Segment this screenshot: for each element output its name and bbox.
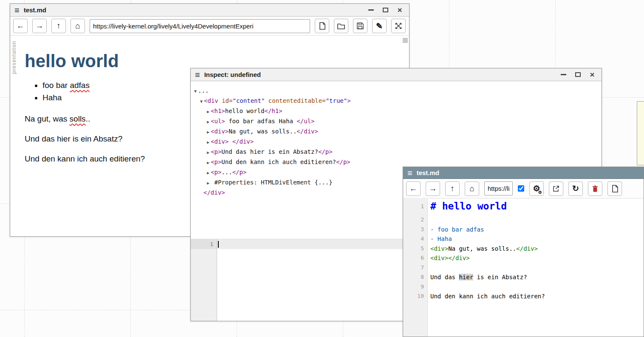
minimize-button[interactable] bbox=[367, 7, 374, 13]
token: # hello world bbox=[430, 201, 507, 212]
file-icon bbox=[612, 185, 618, 193]
token: "true" bbox=[326, 97, 347, 104]
code-line[interactable] bbox=[428, 263, 430, 273]
open-external-button[interactable] bbox=[549, 181, 563, 196]
token: ▶ bbox=[207, 160, 209, 165]
background-window-edge bbox=[637, 101, 644, 165]
tree-node[interactable]: ▶<div> </div> bbox=[191, 137, 602, 147]
code-line[interactable] bbox=[428, 282, 430, 292]
refresh-button[interactable]: ↻ bbox=[568, 181, 583, 196]
editor-row[interactable]: 5<div>Na gut, was solls..</div> bbox=[403, 244, 644, 254]
text-cursor bbox=[218, 241, 219, 248]
token: foo bar bbox=[42, 81, 70, 90]
maximize-button[interactable] bbox=[574, 72, 581, 78]
titlebar[interactable]: ≡ test.md × bbox=[10, 4, 409, 17]
token: <p> bbox=[211, 159, 221, 165]
folder-button[interactable] bbox=[334, 19, 348, 33]
up-button[interactable]: ↑ bbox=[445, 181, 460, 196]
back-button[interactable]: ← bbox=[406, 181, 421, 196]
url-input[interactable] bbox=[484, 181, 513, 195]
forward-button[interactable]: → bbox=[426, 181, 440, 196]
menu-icon[interactable]: ≡ bbox=[407, 169, 412, 177]
expand-button[interactable] bbox=[391, 19, 406, 33]
home-button[interactable]: ⌂ bbox=[465, 181, 479, 196]
settings-button[interactable]: ⚙⚙ bbox=[529, 181, 544, 196]
line-number: 5 bbox=[403, 244, 428, 254]
code-line[interactable]: - foo bar adfas bbox=[428, 225, 484, 235]
titlebar[interactable]: ≡ Inspect: undefined × bbox=[191, 68, 602, 81]
token: </p> bbox=[318, 148, 333, 155]
token: ▶ bbox=[207, 140, 209, 144]
token: solls bbox=[70, 114, 86, 123]
token: id= bbox=[222, 97, 232, 104]
token: Und das hier is ein Absatz? bbox=[25, 134, 122, 143]
token: - Haha bbox=[430, 235, 452, 242]
editor-row[interactable]: 10Und den kann ich auch editieren? bbox=[403, 292, 644, 301]
titlebar[interactable]: ≡ test.md bbox=[403, 167, 644, 179]
forward-button[interactable]: → bbox=[32, 19, 47, 33]
tree-node[interactable]: ▶<h1>hello world</h1> bbox=[191, 106, 602, 116]
token: ▼ bbox=[200, 99, 203, 104]
editor-row[interactable]: 6<div></div> bbox=[403, 253, 644, 263]
token: ▶ bbox=[207, 109, 209, 114]
save-button[interactable] bbox=[353, 19, 367, 33]
minimize-button[interactable] bbox=[560, 72, 567, 78]
tree-node[interactable]: ▶<p>Und das hier is ein Absatz?</p> bbox=[191, 147, 602, 157]
tree-node[interactable]: ▼<div id="content" contenteditable="true… bbox=[191, 96, 602, 106]
close-icon: × bbox=[590, 71, 594, 79]
token: <div> bbox=[211, 138, 229, 145]
code-line[interactable] bbox=[217, 239, 219, 249]
expand-icon bbox=[395, 23, 402, 29]
tree-node[interactable]: ▶<ul> foo bar adfas Haha </ul> bbox=[191, 116, 602, 127]
home-button[interactable]: ⌂ bbox=[71, 19, 85, 33]
scrollbar-handle[interactable] bbox=[403, 38, 408, 43]
tree-node[interactable]: ▶<p>Und den kann ich auch editieren?</p> bbox=[191, 157, 602, 167]
editor-fill[interactable] bbox=[403, 301, 644, 337]
code-line[interactable]: Und das hier is ein Absatz? bbox=[428, 272, 527, 282]
token: contenteditable= bbox=[268, 97, 326, 104]
new-file-button[interactable] bbox=[607, 181, 622, 196]
code-line[interactable]: <div>Na gut, was solls..</div> bbox=[428, 244, 538, 254]
back-button[interactable]: ← bbox=[13, 19, 28, 33]
code-line[interactable]: Und den kann ich auch editieren? bbox=[428, 292, 545, 301]
editor-row[interactable]: 2 bbox=[403, 215, 644, 225]
token: ▶ bbox=[207, 150, 209, 155]
window-title: test.md bbox=[24, 6, 46, 14]
edit-button[interactable]: ✎ bbox=[372, 19, 387, 33]
tree-node[interactable]: ▼... bbox=[191, 86, 602, 96]
menu-icon[interactable]: ≡ bbox=[14, 6, 20, 14]
editor-row[interactable]: 1# hello world bbox=[403, 199, 644, 215]
new-file-button[interactable] bbox=[315, 19, 329, 33]
code-line[interactable] bbox=[428, 215, 430, 225]
token: ... bbox=[198, 87, 209, 94]
editor-row[interactable]: 3- foo bar adfas bbox=[403, 225, 644, 235]
up-button[interactable]: ↑ bbox=[51, 19, 66, 33]
tree-node[interactable]: ▶<div>Na gut, was solls..</div> bbox=[191, 127, 602, 137]
token: ▶ bbox=[207, 170, 209, 175]
editor-row[interactable]: 8Und das hier is ein Absatz? bbox=[403, 272, 644, 282]
token: </h1> bbox=[264, 108, 282, 114]
window-controls: × bbox=[560, 72, 597, 78]
url-input[interactable] bbox=[90, 19, 310, 33]
source-editor[interactable]: 1# hello world23- foo bar adfas4- Haha5<… bbox=[403, 199, 644, 337]
code-line[interactable]: # hello world bbox=[428, 199, 507, 215]
maximize-button[interactable] bbox=[382, 7, 389, 13]
token bbox=[218, 97, 222, 104]
token: ▼ bbox=[194, 89, 197, 93]
token: ▶ bbox=[207, 119, 209, 124]
external-link-icon bbox=[553, 185, 559, 192]
close-button[interactable]: × bbox=[396, 7, 403, 13]
editor-row[interactable]: 4- Haha bbox=[403, 234, 644, 244]
token: <p> bbox=[211, 169, 221, 176]
close-button[interactable]: × bbox=[589, 72, 596, 78]
menu-icon[interactable]: ≡ bbox=[195, 71, 200, 79]
editor-row[interactable]: 9 bbox=[403, 282, 644, 292]
auto-update-checkbox[interactable] bbox=[518, 185, 524, 192]
code-line[interactable]: <div></div> bbox=[428, 253, 470, 263]
navigation-toolbar: ← → ↑ ⌂ ✎ bbox=[10, 17, 409, 36]
gear-small-icon: ⚙ bbox=[538, 190, 542, 195]
editor-row[interactable]: 7 bbox=[403, 263, 644, 273]
line-number: 2 bbox=[403, 215, 428, 225]
delete-button[interactable] bbox=[588, 181, 602, 196]
code-line[interactable]: - Haha bbox=[428, 234, 452, 244]
